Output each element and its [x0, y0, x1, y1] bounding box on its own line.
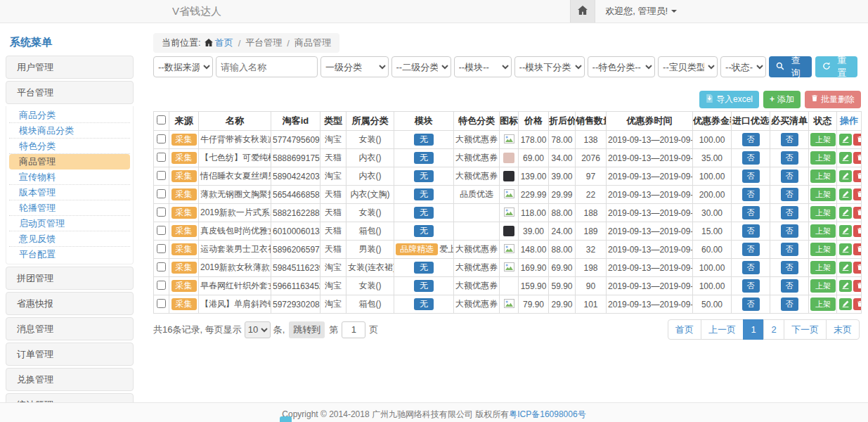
status-button[interactable]: 上架 [810, 133, 836, 146]
must-buy-toggle-button[interactable]: 否 [781, 224, 798, 237]
add-button[interactable]: + 添加 [763, 91, 801, 108]
row-checkbox[interactable] [157, 134, 166, 143]
status-button[interactable]: 上架 [810, 279, 836, 292]
feature-category-select[interactable]: --特色分类-- [588, 56, 656, 77]
sidebar-subitem-版本管理[interactable]: 版本管理 [9, 185, 130, 200]
status-button[interactable]: 上架 [810, 298, 836, 310]
breadcrumb-home-link[interactable]: 首页 [215, 37, 233, 49]
page-button-首页[interactable]: 首页 [668, 319, 701, 340]
import-toggle-button[interactable]: 否 [742, 243, 760, 255]
page-button-1[interactable]: 1 [743, 319, 764, 340]
module-select[interactable]: --模块-- [454, 56, 512, 77]
row-checkbox[interactable] [157, 281, 166, 290]
delete-button[interactable] [853, 280, 862, 292]
must-buy-toggle-button[interactable]: 否 [781, 243, 798, 255]
row-checkbox[interactable] [157, 171, 166, 180]
import-toggle-button[interactable]: 否 [742, 170, 760, 182]
row-checkbox[interactable] [157, 226, 166, 235]
edit-button[interactable] [839, 170, 852, 182]
sidebar-subitem-平台配置[interactable]: 平台配置 [9, 247, 130, 262]
must-buy-toggle-button[interactable]: 否 [781, 188, 798, 200]
row-checkbox[interactable] [157, 262, 166, 271]
sidebar-item-用户管理[interactable]: 用户管理 [6, 56, 134, 79]
edit-button[interactable] [839, 280, 852, 292]
per-page-select[interactable]: 10 [245, 321, 271, 338]
delete-button[interactable] [853, 225, 862, 237]
row-checkbox[interactable] [157, 153, 166, 162]
page-number-input[interactable] [342, 321, 365, 338]
status-button[interactable]: 上架 [810, 188, 836, 200]
sidebar-subitem-特色分类[interactable]: 特色分类 [9, 139, 130, 154]
must-buy-toggle-button[interactable]: 否 [781, 298, 798, 310]
module-subcategory-select[interactable]: --模块下分类-- [514, 56, 585, 77]
delete-button[interactable] [853, 170, 862, 182]
edit-button[interactable] [839, 298, 852, 310]
page-button-上一页[interactable]: 上一页 [701, 319, 744, 340]
import-excel-button[interactable]: 导入excel [699, 91, 759, 108]
sidebar-subitem-轮播管理[interactable]: 轮播管理 [9, 200, 130, 216]
sidebar-item-平台管理[interactable]: 平台管理 [6, 81, 134, 104]
data-source-select[interactable]: --数据来源-- [153, 56, 213, 77]
status-button[interactable]: 上架 [810, 243, 836, 255]
status-button[interactable]: 上架 [810, 151, 836, 164]
page-button-末页[interactable]: 末页 [826, 319, 860, 340]
import-toggle-button[interactable]: 否 [742, 133, 760, 146]
status-button[interactable]: 上架 [810, 170, 836, 182]
icp-link[interactable]: 粤ICP备16098006号 [509, 409, 585, 419]
home-button[interactable] [570, 0, 595, 23]
delete-button[interactable] [853, 152, 862, 164]
select-all-checkbox[interactable] [157, 115, 166, 124]
import-toggle-button[interactable]: 否 [742, 188, 760, 200]
search-button[interactable]: 查询 [769, 56, 811, 77]
sidebar-item-兑换管理[interactable]: 兑换管理 [6, 368, 134, 391]
sidebar-subitem-宣传物料[interactable]: 宣传物料 [9, 170, 130, 185]
row-checkbox[interactable] [157, 299, 166, 308]
status-select[interactable]: --状态-- [720, 56, 766, 77]
edit-button[interactable] [839, 225, 852, 237]
sidebar-subitem-意见反馈[interactable]: 意见反馈 [9, 231, 130, 247]
sidebar-subitem-模块商品分类[interactable]: 模块商品分类 [9, 123, 130, 139]
import-toggle-button[interactable]: 否 [742, 261, 760, 274]
edit-button[interactable] [839, 188, 852, 200]
page-button-2[interactable]: 2 [763, 319, 784, 340]
import-toggle-button[interactable]: 否 [742, 279, 760, 292]
import-toggle-button[interactable]: 否 [742, 224, 760, 237]
sidebar-subitem-启动页管理[interactable]: 启动页管理 [9, 216, 130, 231]
delete-button[interactable] [853, 207, 862, 219]
must-buy-toggle-button[interactable]: 否 [781, 170, 798, 182]
row-checkbox[interactable] [157, 244, 166, 253]
name-search-input[interactable] [216, 56, 318, 77]
status-button[interactable]: 上架 [810, 224, 836, 237]
user-menu[interactable]: 欢迎您, 管理员! [595, 5, 687, 18]
edit-button[interactable] [839, 152, 852, 164]
must-buy-toggle-button[interactable]: 否 [781, 151, 798, 164]
status-button[interactable]: 上架 [810, 261, 836, 274]
sidebar-item-订单管理[interactable]: 订单管理 [6, 343, 134, 366]
import-toggle-button[interactable]: 否 [742, 298, 760, 310]
row-checkbox[interactable] [157, 207, 166, 217]
item-type-select[interactable]: --宝贝类型-- [658, 56, 718, 77]
edit-button[interactable] [839, 207, 852, 219]
must-buy-toggle-button[interactable]: 否 [781, 206, 798, 219]
category2-select[interactable]: --二级分类-- [391, 56, 451, 77]
delete-button[interactable] [853, 298, 862, 310]
sidebar-item-拼团管理[interactable]: 拼团管理 [6, 267, 134, 290]
delete-button[interactable] [853, 262, 862, 274]
sidebar-item-消息管理[interactable]: 消息管理 [6, 317, 134, 340]
import-toggle-button[interactable]: 否 [742, 151, 760, 164]
sidebar-subitem-商品分类[interactable]: 商品分类 [9, 108, 130, 123]
import-toggle-button[interactable]: 否 [742, 206, 760, 219]
delete-button[interactable] [853, 188, 862, 200]
page-button-下一页[interactable]: 下一页 [784, 319, 827, 340]
edit-button[interactable] [839, 134, 852, 146]
must-buy-toggle-button[interactable]: 否 [781, 261, 798, 274]
reset-button[interactable]: 重置 [815, 56, 857, 77]
status-button[interactable]: 上架 [810, 206, 836, 219]
batch-delete-button[interactable]: 批量删除 [805, 91, 861, 108]
must-buy-toggle-button[interactable]: 否 [781, 279, 798, 292]
category1-select[interactable]: 一级分类 [320, 56, 389, 77]
edit-button[interactable] [839, 243, 852, 255]
row-checkbox[interactable] [157, 189, 166, 198]
jump-to-button[interactable]: 跳转到 [289, 321, 325, 338]
delete-button[interactable] [853, 243, 862, 255]
